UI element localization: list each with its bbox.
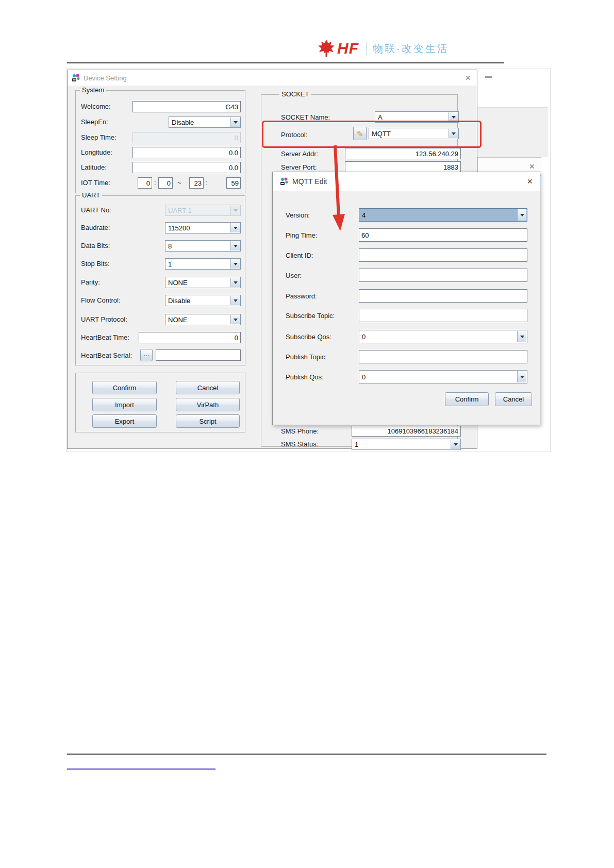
password-input[interactable] [359, 289, 527, 303]
stop-bits-label: Stop Bits: [81, 260, 110, 268]
uart-no-label: UART No: [81, 206, 111, 214]
iot-to-minute-input[interactable] [226, 177, 241, 189]
socket-name-value: A [378, 113, 383, 121]
server-port-label: Server Port: [281, 163, 317, 171]
uart-protocol-value: NONE [168, 316, 188, 324]
mqtt-edit-titlebar: MQTT Edit × [273, 172, 540, 191]
iot-from-minute-input[interactable] [158, 177, 173, 189]
dropdown-button[interactable] [230, 278, 240, 287]
close-icon[interactable]: × [529, 162, 535, 171]
version-select[interactable]: 4 [359, 208, 527, 222]
virpath-button[interactable]: VirPath [176, 398, 240, 411]
dropdown-button[interactable] [517, 331, 526, 342]
heartbeat-serial-browse-button[interactable]: ... [140, 349, 153, 361]
app-icon [280, 177, 288, 186]
password-label: Password: [286, 292, 317, 300]
brand-logo: HF 物联·改变生活 [318, 39, 449, 58]
cancel-button[interactable]: Cancel [495, 392, 532, 406]
chevron-down-icon [520, 376, 524, 378]
sleepen-label: SleepEn: [81, 118, 108, 126]
iot-to-hour-input[interactable] [189, 177, 204, 189]
export-button[interactable]: Export [92, 414, 157, 428]
app-icon [72, 74, 80, 82]
baudrate-label: Baudrate: [81, 224, 110, 231]
baudrate-select[interactable]: 115200 [165, 222, 241, 233]
uart-group: UART UART No: UART 1 Baudrate: 115200 Da… [75, 195, 245, 365]
heartbeat-serial-input[interactable] [156, 349, 241, 361]
parity-select[interactable]: NONE [165, 277, 241, 288]
uart-legend: UART [80, 192, 102, 199]
sleepen-value: Disable [172, 119, 194, 126]
subscribe-qos-select[interactable]: 0 [359, 330, 527, 343]
dropdown-button[interactable] [230, 315, 240, 324]
iot-tilde: ~ [177, 179, 181, 187]
dropdown-button[interactable] [230, 241, 240, 251]
flow-control-select[interactable]: Disable [165, 295, 241, 306]
system-group: System Welcome: SleepEn: Disable Sleep T… [75, 90, 245, 193]
longitude-input[interactable] [132, 147, 241, 158]
red-arrow-annotation [320, 140, 361, 238]
script-button[interactable]: Script [176, 414, 240, 428]
welcome-input[interactable] [132, 101, 241, 112]
dropdown-button[interactable] [230, 296, 240, 305]
sms-status-select[interactable]: 1 [352, 439, 461, 450]
stop-bits-value: 1 [168, 260, 172, 268]
close-icon[interactable]: × [465, 73, 471, 82]
footer-link-underline[interactable] [67, 769, 215, 770]
dropdown-button[interactable] [230, 223, 240, 232]
sleep-time-input [132, 132, 241, 143]
dropdown-button[interactable] [517, 371, 526, 382]
welcome-label: Welcome: [81, 103, 111, 110]
confirm-button[interactable]: Confirm [92, 381, 157, 394]
protocol-highlight-rectangle [262, 121, 482, 148]
chevron-down-icon [234, 263, 238, 265]
sleepen-select[interactable]: Disable [169, 116, 241, 128]
parity-label: Parity: [81, 278, 100, 286]
server-port-input[interactable] [345, 161, 461, 173]
user-input[interactable] [359, 269, 527, 282]
window-title: Device Setting [84, 74, 127, 82]
actions-group: Confirm Cancel Import VirPath Export Scr… [75, 373, 245, 432]
import-button[interactable]: Import [92, 398, 157, 411]
chevron-down-icon [234, 209, 238, 212]
uart-protocol-select[interactable]: NONE [165, 314, 241, 325]
latitude-input[interactable] [132, 162, 241, 173]
chevron-down-icon [234, 319, 238, 321]
subscribe-topic-input[interactable] [359, 309, 527, 322]
header-rule [67, 62, 504, 63]
flow-control-value: Disable [168, 297, 190, 305]
data-bits-value: 8 [168, 242, 172, 250]
ping-time-input[interactable] [359, 228, 527, 242]
data-bits-label: Data Bits: [81, 242, 110, 249]
brand-tagline: 物联·改变生活 [373, 42, 449, 56]
iot-from-hour-input[interactable] [138, 177, 152, 189]
flow-control-label: Flow Control: [81, 296, 121, 304]
data-bits-select[interactable]: 8 [165, 240, 241, 252]
client-id-label: Client ID: [286, 252, 313, 259]
document-page: HF 物联·改变生活 × Device Setting × System Wel… [0, 0, 614, 868]
minimize-icon[interactable] [485, 76, 492, 78]
dropdown-button [230, 206, 240, 215]
uart-no-value: UART 1 [168, 207, 192, 214]
stop-bits-select[interactable]: 1 [165, 258, 241, 270]
dropdown-button[interactable] [451, 440, 460, 449]
sms-phone-input[interactable] [352, 426, 461, 437]
close-icon[interactable]: × [527, 177, 533, 186]
dropdown-button[interactable] [230, 118, 240, 127]
dropdown-button[interactable] [517, 209, 526, 221]
confirm-button[interactable]: Confirm [445, 392, 489, 406]
maple-leaf-icon [318, 39, 335, 58]
brand-name: HF [337, 40, 359, 57]
iot-colon: : [154, 179, 156, 187]
publish-qos-select[interactable]: 0 [359, 370, 527, 383]
heartbeat-time-input[interactable] [139, 332, 241, 343]
client-id-input[interactable] [359, 248, 527, 262]
publish-topic-input[interactable] [359, 350, 527, 363]
server-addr-input[interactable] [345, 148, 461, 159]
uart-no-select: UART 1 [165, 205, 241, 216]
dropdown-button[interactable] [230, 259, 240, 269]
socket-name-label: SOCKET Name: [281, 113, 330, 121]
chevron-down-icon [234, 245, 238, 247]
cancel-button[interactable]: Cancel [176, 381, 240, 394]
subscribe-qos-label: Subscribe Qos: [286, 333, 331, 341]
